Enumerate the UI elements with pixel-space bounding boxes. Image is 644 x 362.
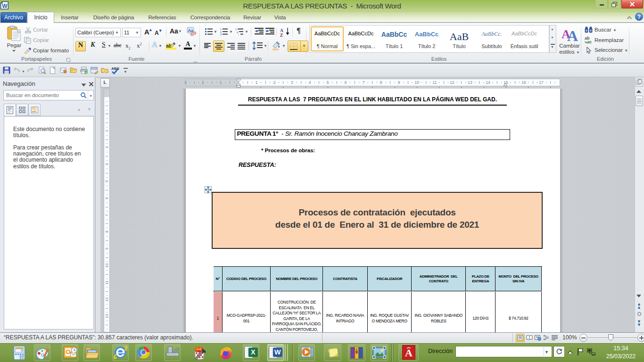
svg-text:A: A: [405, 347, 413, 359]
svg-text:O: O: [66, 348, 70, 355]
svg-text:W: W: [274, 348, 281, 356]
svg-text:3: 3: [220, 33, 222, 35]
svg-text:A: A: [567, 27, 578, 42]
svg-text:0: 0: [21, 349, 23, 352]
svg-text:i: i: [238, 33, 239, 35]
svg-text:Aa: Aa: [188, 28, 193, 33]
svg-text:X: X: [251, 348, 256, 356]
